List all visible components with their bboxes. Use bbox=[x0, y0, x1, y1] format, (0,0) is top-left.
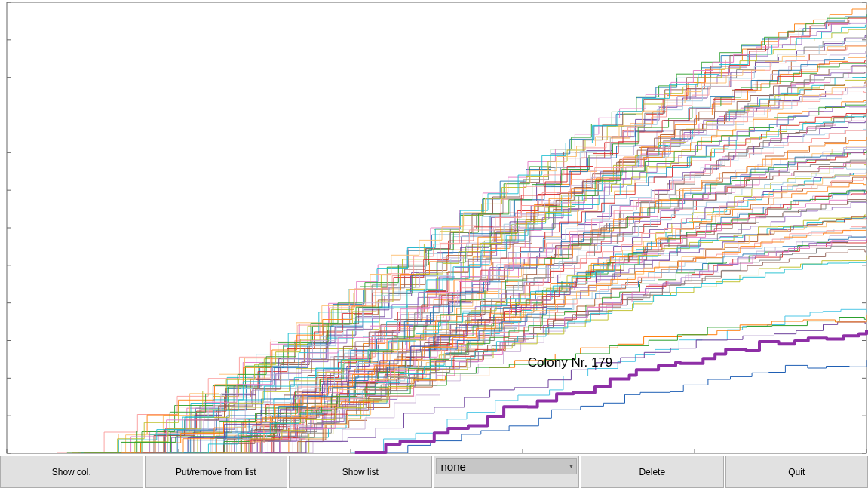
show-col-button[interactable]: Show col. bbox=[0, 456, 143, 488]
plot-area[interactable]: Colony Nr. 179 bbox=[0, 0, 868, 456]
series-select[interactable]: none ▾ bbox=[436, 458, 578, 474]
toolbar: Show col. Put/remove from list Show list… bbox=[0, 456, 868, 488]
plot-svg bbox=[0, 0, 868, 456]
chevron-down-icon: ▾ bbox=[569, 462, 573, 470]
delete-button[interactable]: Delete bbox=[581, 456, 724, 488]
series-select-cell: none ▾ bbox=[434, 456, 580, 488]
series-select-value: none bbox=[441, 460, 466, 473]
quit-button[interactable]: Quit bbox=[725, 456, 869, 488]
show-list-button[interactable]: Show list bbox=[289, 456, 432, 488]
put-remove-from-list-button[interactable]: Put/remove from list bbox=[145, 456, 288, 488]
